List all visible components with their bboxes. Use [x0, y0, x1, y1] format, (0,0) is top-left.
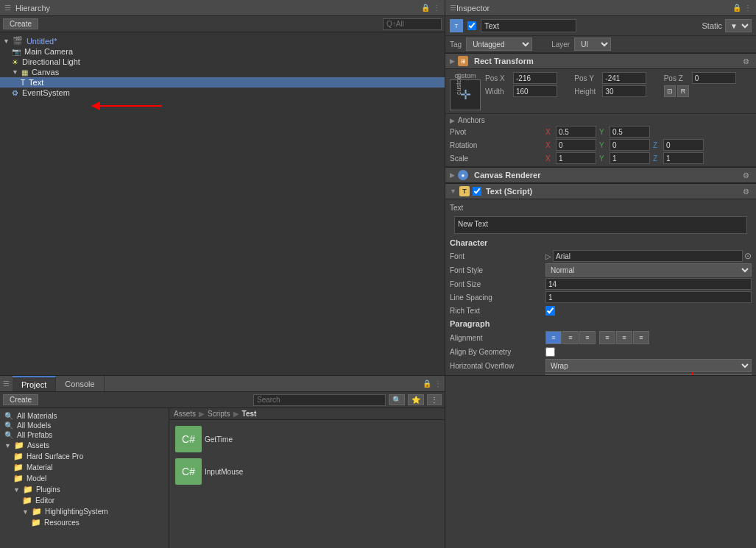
text-script-section-header[interactable]: ▼ T Text (Script) ⚙ [445, 183, 756, 199]
console-tab[interactable]: Console [56, 376, 104, 391]
breadcrumb-scripts[interactable]: Scripts [208, 410, 230, 418]
project-item-label: Material [27, 463, 53, 472]
canvas-renderer-icon: ● [458, 170, 468, 180]
layer-dropdown[interactable]: UI [574, 38, 611, 51]
line-spacing-input[interactable] [545, 291, 752, 303]
hierarchy-item-label: Directional Light [22, 57, 80, 66]
align-by-geometry-checkbox[interactable] [545, 347, 555, 357]
tag-dropdown[interactable]: Untagged [466, 38, 532, 51]
scale-x-input[interactable] [556, 152, 596, 164]
project-create-button[interactable]: Create [3, 394, 38, 405]
plugins-expand-arrow: ▼ [13, 486, 20, 494]
obj-active-checkbox[interactable] [467, 21, 476, 30]
rich-text-label: Rich Text [450, 307, 545, 315]
project-item-label: Hard Surface Pro [27, 452, 83, 460]
hierarchy-lock-icon: 🔒 [421, 4, 430, 12]
pos-y-input[interactable] [602, 72, 646, 84]
pivot-x-input[interactable] [556, 126, 596, 138]
hierarchy-item-label: Text [29, 78, 43, 87]
project-more-btn[interactable]: ⋮ [427, 394, 442, 405]
project-right-item-inputmouse[interactable]: C# InputMouse [172, 455, 442, 488]
scale-z-input[interactable] [663, 152, 704, 164]
rect-size-btn[interactable]: ⊡ [664, 85, 676, 97]
rect-r-btn[interactable]: R [677, 85, 690, 97]
horizontal-overflow-dropdown[interactable]: Wrap [545, 359, 752, 372]
pivot-y-input[interactable] [610, 126, 650, 138]
project-item-model[interactable]: 📁 Model [3, 473, 166, 484]
text-script-title: Text (Script) [486, 187, 532, 196]
breadcrumb-sep-1: ▶ [199, 410, 205, 418]
height-input[interactable] [602, 85, 646, 97]
align-top-center-btn[interactable]: ≡ [562, 331, 579, 344]
align-mid-left-btn[interactable]: ≡ [599, 331, 615, 344]
rot-y-input[interactable] [610, 139, 650, 151]
project-item-all-models[interactable]: 🔍 All Models [3, 421, 166, 430]
canvas-renderer-settings-btn[interactable]: ⚙ [741, 171, 752, 180]
scale-y-input[interactable] [610, 152, 650, 164]
hierarchy-create-button[interactable]: Create [3, 18, 38, 29]
rotation-fields: X Y Z [545, 139, 752, 151]
hierarchy-search-input[interactable] [383, 18, 442, 30]
breadcrumb-assets[interactable]: Assets [174, 410, 196, 418]
anchors-label[interactable]: Anchors [458, 116, 485, 124]
align-top-left-btn[interactable]: ≡ [545, 331, 562, 344]
align-mid-right-btn[interactable]: ≡ [633, 331, 649, 344]
text-script-settings-btn[interactable]: ⚙ [741, 187, 752, 196]
project-item-highlighting-system[interactable]: ▼ 📁 HighlightingSystem [3, 506, 166, 517]
text-preview[interactable]: New Text [454, 216, 747, 234]
font-size-input[interactable] [545, 278, 752, 290]
project-item-material[interactable]: 📁 Material [3, 462, 166, 473]
hierarchy-item-untitled[interactable]: ▼ 🎬 Untitled* [0, 35, 445, 46]
font-input[interactable] [553, 250, 743, 262]
hierarchy-item-label: Canvas [32, 68, 59, 76]
project-right-item-gettime[interactable]: C# GetTime [172, 423, 442, 455]
breadcrumb-test[interactable]: Test [242, 410, 257, 418]
project-item-all-materials[interactable]: 🔍 All Materials [3, 411, 166, 421]
gameobj-icon: 📷 [12, 48, 21, 56]
project-search-input[interactable] [253, 394, 386, 406]
hierarchy-item-text[interactable]: T Text [0, 77, 445, 88]
project-item-hard-surface-pro[interactable]: 📁 Hard Surface Pro [3, 451, 166, 462]
resources-folder-icon: 📁 [31, 518, 41, 527]
rot-x-input[interactable] [556, 139, 596, 151]
pivot-x-field: X [545, 126, 596, 138]
project-item-label: All Materials [17, 412, 57, 420]
inspector-scroll[interactable]: ▶ ⊞ Rect Transform ⚙ custom ✛ custom [445, 53, 756, 375]
rich-text-checkbox[interactable] [545, 306, 555, 316]
pivot-y-axis: Y [599, 128, 608, 136]
text-field-label: Text [450, 204, 545, 212]
font-picker-btn[interactable]: ⊙ [744, 251, 752, 261]
hierarchy-item-canvas[interactable]: ▼ ▦ Canvas [0, 67, 445, 77]
rect-transform-section-header[interactable]: ▶ ⊞ Rect Transform ⚙ [445, 53, 756, 69]
width-input[interactable] [513, 85, 557, 97]
project-item-resources[interactable]: 📁 Resources [3, 517, 166, 528]
project-item-plugins[interactable]: ▼ 📁 Plugins [3, 484, 166, 495]
pos-z-input[interactable] [692, 72, 736, 84]
align-top-right-btn[interactable]: ≡ [579, 331, 596, 344]
project-item-assets[interactable]: ▼ 📁 Assets [3, 440, 166, 451]
project-filter-btn[interactable]: ⭐ [408, 394, 424, 405]
rect-transform-settings-btn[interactable]: ⚙ [741, 57, 752, 66]
project-item-all-prefabs[interactable]: 🔍 All Prefabs [3, 430, 166, 440]
gettime-script-icon: C# [175, 426, 202, 452]
search-icon-all-materials: 🔍 [4, 412, 13, 420]
text-script-checkbox[interactable] [473, 187, 481, 196]
obj-name-input[interactable] [481, 19, 576, 32]
project-item-editor[interactable]: 📁 Editor [3, 495, 166, 506]
height-label: Height [574, 88, 601, 96]
project-search-btn[interactable]: 🔍 [389, 394, 405, 405]
hierarchy-item-directional-light[interactable]: ☀ Directional Light [0, 57, 445, 67]
pos-x-input[interactable] [513, 72, 557, 84]
inspector-header: ☰ Inspector 🔒 ⋮ [445, 0, 756, 16]
static-dropdown[interactable]: ▼ [725, 19, 752, 32]
canvas-renderer-section-header[interactable]: ▶ ● Canvas Renderer ⚙ [445, 167, 756, 183]
project-tab[interactable]: Project [13, 376, 56, 391]
align-mid-center-btn[interactable]: ≡ [616, 331, 632, 344]
font-style-dropdown[interactable]: Normal [545, 263, 752, 277]
text-script-content: Text New Text Character Font ▷ ⊙ [445, 199, 756, 375]
pos-y-label: Pos Y [574, 74, 601, 82]
rot-z-input[interactable] [663, 139, 704, 151]
hierarchy-item-main-camera[interactable]: 📷 Main Camera [0, 46, 445, 57]
hierarchy-item-eventsystem[interactable]: ⚙ EventSystem [0, 88, 445, 98]
pivot-y-field: Y [599, 126, 650, 138]
